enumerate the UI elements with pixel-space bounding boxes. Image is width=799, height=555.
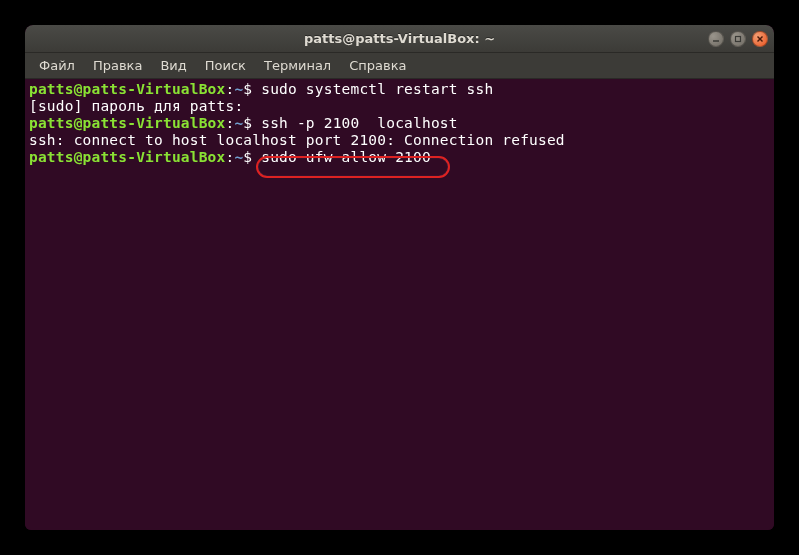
close-button[interactable]: [752, 31, 768, 47]
terminal-window: patts@patts-VirtualBox: ~ Файл Правка Ви…: [25, 25, 774, 530]
screenshot-frame: patts@patts-VirtualBox: ~ Файл Правка Ви…: [15, 15, 784, 540]
menu-terminal[interactable]: Терминал: [256, 55, 339, 76]
menu-search[interactable]: Поиск: [197, 55, 254, 76]
terminal-line: patts@patts-VirtualBox:~$ ssh -p 2100 lo…: [29, 115, 770, 132]
menu-file[interactable]: Файл: [31, 55, 83, 76]
minimize-button[interactable]: [708, 31, 724, 47]
prompt-path: ~: [234, 81, 243, 97]
terminal-line: patts@patts-VirtualBox:~$ sudo ufw allow…: [29, 149, 770, 166]
prompt-dollar: $: [243, 81, 252, 97]
command-text: sudo systemctl restart ssh: [252, 81, 493, 97]
command-text: sudo ufw allow 2100: [252, 149, 431, 165]
prompt-user-host: patts@patts-VirtualBox: [29, 81, 225, 97]
svg-rect-1: [736, 36, 741, 41]
window-controls: [708, 31, 768, 47]
prompt-dollar: $: [243, 115, 252, 131]
terminal-body[interactable]: patts@patts-VirtualBox:~$ sudo systemctl…: [25, 79, 774, 530]
menu-help[interactable]: Справка: [341, 55, 414, 76]
maximize-icon: [734, 35, 742, 43]
maximize-button[interactable]: [730, 31, 746, 47]
terminal-line: patts@patts-VirtualBox:~$ sudo systemctl…: [29, 81, 770, 98]
close-icon: [756, 35, 764, 43]
prompt-path: ~: [234, 115, 243, 131]
minimize-icon: [712, 35, 720, 43]
titlebar: patts@patts-VirtualBox: ~: [25, 25, 774, 53]
menu-edit[interactable]: Правка: [85, 55, 150, 76]
terminal-output: ssh: connect to host localhost port 2100…: [29, 132, 770, 149]
window-title: patts@patts-VirtualBox: ~: [25, 31, 774, 46]
menu-view[interactable]: Вид: [152, 55, 194, 76]
prompt-user-host: patts@patts-VirtualBox: [29, 115, 225, 131]
menubar: Файл Правка Вид Поиск Терминал Справка: [25, 53, 774, 79]
prompt-path: ~: [234, 149, 243, 165]
terminal-output: [sudo] пароль для patts:: [29, 98, 770, 115]
prompt-dollar: $: [243, 149, 252, 165]
command-text: ssh -p 2100 localhost: [252, 115, 457, 131]
prompt-user-host: patts@patts-VirtualBox: [29, 149, 225, 165]
